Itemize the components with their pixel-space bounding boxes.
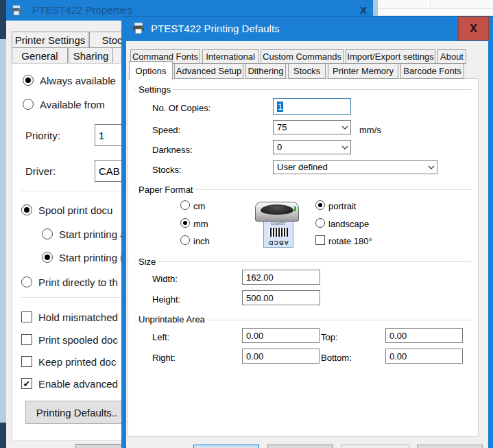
landscape-label[interactable]: landscape [328,219,369,229]
tab-custom-commands[interactable]: Custom Commands [261,49,344,64]
paper-format-group-label: Paper Format [136,185,195,195]
unprintable-group-label: Unprintable Area [136,314,207,325]
bottom-value: 0.00 [389,351,407,362]
tab-printer-memory[interactable]: Printer Memory [328,63,398,79]
top-label: Top: [321,332,338,342]
screen: { "colors": { "titlebar_blue": "#1b7fd5"… [0,0,493,448]
copies-input[interactable]: 1 [273,98,351,115]
stocks-value: User defined [277,162,328,172]
size-group-line [134,261,472,262]
unit-inch-radio[interactable] [180,235,190,245]
dialog-ok-button[interactable] [193,445,259,448]
dialog-title: PTEST422 Printing Defaults [151,23,280,34]
dialog-help-button[interactable] [417,445,483,448]
left-input[interactable]: 0.00 [242,328,320,343]
speed-value: 75 [277,122,287,132]
copies-label: No. Of Copies: [152,103,211,113]
darkness-dropdown[interactable]: 0 [273,140,351,154]
height-value: 500.00 [246,293,274,303]
width-input[interactable]: 162.00 [242,270,320,285]
darkness-value: 0 [277,142,282,152]
dialog-cancel-button[interactable] [267,445,333,448]
right-label: Right: [152,353,176,363]
settings-group-label: Settings [136,84,173,95]
tab-international[interactable]: International [202,49,258,64]
tab-options[interactable]: Options [129,61,173,80]
width-value: 162.00 [246,272,274,283]
printer-led [294,207,296,211]
stocks-label: Stocks: [152,165,182,175]
portrait-radio[interactable] [315,200,325,210]
label-preview-letters: ABCD [268,239,289,246]
height-label: Height: [152,294,180,305]
stocks-dropdown[interactable]: User defined [273,160,437,174]
label-preview-numbers: 12345678 [271,222,285,226]
printer-icon [132,22,145,34]
unit-mm-radio[interactable] [180,218,190,228]
portrait-label[interactable]: portrait [328,201,356,211]
unit-cm-radio[interactable] [180,200,190,210]
left-value: 0.00 [246,331,263,341]
speed-label: Speed: [152,125,180,135]
tab-about[interactable]: About [437,49,466,64]
printer-preview-icon [255,202,299,222]
unit-inch-label[interactable]: inch [193,236,210,246]
rotate-180-label[interactable]: rotate 180° [328,236,372,246]
chevron-down-icon [426,161,437,174]
dialog-apply-button[interactable] [341,445,409,448]
bottom-label: Bottom: [321,353,352,363]
dialog-close-button[interactable]: X [458,16,489,40]
unit-cm-label[interactable]: cm [193,201,205,211]
settings-group-line [134,89,472,90]
speed-dropdown[interactable]: 75 [273,120,351,134]
printer-slot [261,204,293,215]
right-input[interactable]: 0.00 [242,349,320,364]
width-label: Width: [152,274,178,284]
chevron-down-icon [339,121,350,134]
tab-import-export-settings[interactable]: Import/Export settings [346,49,435,64]
label-preview: ABCD 12345678 [263,220,293,248]
rotate-180-checkbox[interactable] [315,235,325,245]
landscape-radio[interactable] [315,218,325,228]
copies-value: 1 [277,102,283,112]
chevron-down-icon [339,141,350,154]
top-value: 0.00 [389,331,407,341]
tab-stocks[interactable]: Stocks [288,63,326,79]
printing-defaults-dialog: PTEST422 Printing Defaults X Command Fon… [0,0,493,448]
tab-barcode-fonts[interactable]: Barcode Fonts [400,63,464,79]
top-input[interactable]: 0.00 [385,328,463,343]
height-input[interactable]: 500.00 [242,290,320,305]
unit-mm-label[interactable]: mm [193,219,208,229]
tab-advanced-setup[interactable]: Advanced Setup [174,63,243,79]
bottom-input[interactable]: 0.00 [385,349,463,364]
tab-dithering[interactable]: Dithering [245,63,286,79]
left-label: Left: [152,332,169,342]
size-group-label: Size [136,257,158,267]
speed-unit-label: mm/s [359,125,381,135]
barcode-icon [269,228,288,237]
darkness-label: Darkness: [152,145,193,155]
right-value: 0.00 [246,351,263,362]
